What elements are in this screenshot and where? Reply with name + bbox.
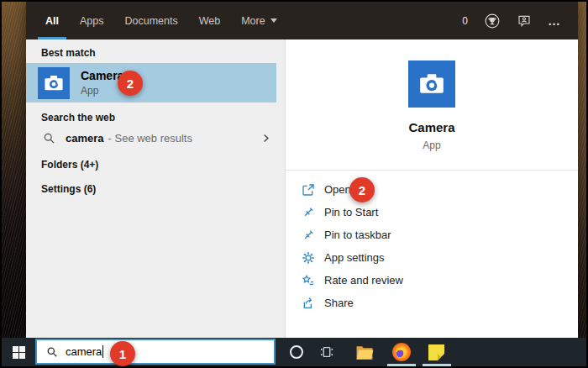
cortana-icon[interactable] xyxy=(290,345,303,359)
task-view-icon[interactable] xyxy=(318,344,335,360)
firefox-icon[interactable] xyxy=(392,343,411,361)
windows-search-screenshot: All Apps Documents Web More 0 xyxy=(0,0,588,368)
search-icon xyxy=(46,346,58,358)
tab-documents-label: Documents xyxy=(124,15,177,27)
search-header: All Apps Documents Web More 0 xyxy=(26,2,578,39)
search-icon xyxy=(43,132,55,145)
annotation-badge-2: 2 xyxy=(349,177,375,202)
tab-all[interactable]: All xyxy=(45,2,59,39)
annotation-badge-2: 2 xyxy=(118,71,143,96)
web-search-result[interactable]: camera - See web results xyxy=(26,126,285,150)
pin-icon xyxy=(302,206,315,219)
action-app-settings[interactable]: App settings xyxy=(286,246,578,269)
search-the-web-header: Search the web xyxy=(26,112,285,124)
tab-documents[interactable]: Documents xyxy=(124,2,177,39)
feedback-icon[interactable] xyxy=(517,13,532,29)
tab-more-label: More xyxy=(241,15,265,27)
taskbar-search-input[interactable]: camera xyxy=(35,339,276,365)
active-tab-underline xyxy=(38,37,66,39)
settings-group-header[interactable]: Settings (6) xyxy=(26,183,285,195)
taskbar: camera xyxy=(2,338,586,366)
best-match-header: Best match xyxy=(26,47,285,59)
detail-app-type: App xyxy=(286,139,578,151)
action-rate-review-label: Rate and review xyxy=(324,274,403,287)
action-app-settings-label: App settings xyxy=(324,251,385,264)
tab-all-label: All xyxy=(45,15,59,27)
sticky-notes-icon[interactable] xyxy=(428,344,444,360)
running-indicator-sticky-notes xyxy=(423,364,451,366)
rewards-points: 0 xyxy=(462,15,468,27)
app-actions-list: Open Pin to Start Pin to taskbar xyxy=(286,171,578,314)
action-share[interactable]: Share xyxy=(286,292,578,314)
action-open[interactable]: Open xyxy=(286,178,578,201)
tab-apps-label: Apps xyxy=(80,15,104,27)
file-explorer-icon[interactable] xyxy=(355,344,374,360)
chevron-right-icon[interactable] xyxy=(260,133,271,144)
rate-icon xyxy=(302,274,315,287)
folders-group-header[interactable]: Folders (4+) xyxy=(26,159,285,171)
detail-panel: Camera App Open Pin xyxy=(285,39,578,338)
pin-icon xyxy=(302,229,315,242)
action-pin-start-label: Pin to Start xyxy=(324,206,378,218)
camera-app-icon-large xyxy=(408,60,455,108)
action-pin-to-start[interactable]: Pin to Start xyxy=(286,201,578,223)
taskbar-search-value: camera xyxy=(66,345,102,358)
tab-more[interactable]: More xyxy=(241,2,276,39)
search-results-area: Best match Camera App xyxy=(26,39,578,338)
chevron-down-icon xyxy=(270,18,277,23)
action-open-label: Open xyxy=(324,183,351,196)
text-cursor xyxy=(102,345,103,358)
open-icon xyxy=(302,183,315,197)
results-panel: Best match Camera App xyxy=(26,39,285,338)
detail-app-name: Camera xyxy=(286,120,578,134)
gear-icon xyxy=(302,251,315,265)
share-icon xyxy=(302,297,315,310)
camera-app-icon xyxy=(38,67,70,99)
tab-apps[interactable]: Apps xyxy=(80,2,104,39)
header-right-icons: 0 … xyxy=(462,2,578,39)
action-pin-to-taskbar[interactable]: Pin to taskbar xyxy=(286,223,578,246)
more-options-icon[interactable]: … xyxy=(548,17,561,25)
annotation-badge-1: 1 xyxy=(110,341,135,366)
search-flyout: All Apps Documents Web More 0 xyxy=(26,2,578,338)
desktop-wallpaper-right xyxy=(578,2,586,338)
rewards-trophy-icon[interactable] xyxy=(484,13,501,29)
web-query-text: camera xyxy=(66,132,104,145)
search-filter-tabs: All Apps Documents Web More xyxy=(26,2,277,39)
web-suffix-text: - See web results xyxy=(108,132,192,145)
best-match-result-camera[interactable]: Camera App xyxy=(26,63,276,103)
desktop-wallpaper-left xyxy=(2,2,26,338)
running-indicator-firefox xyxy=(387,364,416,366)
windows-logo-icon xyxy=(13,346,18,352)
action-pin-taskbar-label: Pin to taskbar xyxy=(324,229,391,241)
action-rate-and-review[interactable]: Rate and review xyxy=(286,269,578,292)
start-button[interactable] xyxy=(13,346,25,359)
action-share-label: Share xyxy=(324,297,354,309)
tab-web[interactable]: Web xyxy=(199,2,220,39)
tab-web-label: Web xyxy=(199,15,220,27)
